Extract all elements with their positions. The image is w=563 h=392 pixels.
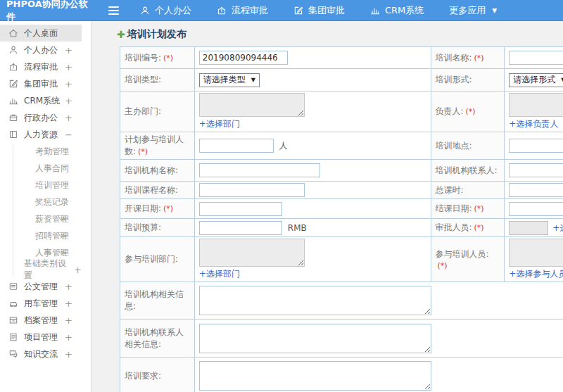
sidebar-item-workflow-approval[interactable]: 流程审批 + <box>0 58 82 75</box>
collapse-icon[interactable]: − <box>65 129 72 140</box>
nav-group-approval[interactable]: 集团审批 <box>293 4 345 17</box>
sidebar-item-archive-management[interactable]: 档案管理 + <box>0 312 82 329</box>
sidebar-item-document-management[interactable]: 公文管理 + <box>0 278 82 295</box>
unit-suffix: 人 <box>279 140 288 152</box>
sidebar-item-knowledge-exchange[interactable]: 知识交流 + <box>0 346 82 362</box>
chat-icon <box>8 349 18 359</box>
expand-icon[interactable]: + <box>65 298 72 309</box>
select-department-link[interactable]: +选择部门 <box>199 118 240 130</box>
field-label: 培训地点: <box>436 141 472 151</box>
sidebar-item-project-management[interactable]: 项目管理 + <box>0 329 82 346</box>
required-marker: (*) <box>474 204 484 213</box>
required-marker: (*) <box>163 204 173 213</box>
planned-participants-input[interactable] <box>199 139 274 153</box>
org-name-input[interactable] <box>199 163 320 177</box>
select-participants-link[interactable]: +选择参与人员 <box>509 268 563 280</box>
expand-icon[interactable]: + <box>65 96 72 106</box>
nav-workflow-approval[interactable]: 流程审批 <box>217 4 268 17</box>
sidebar-item-recruitment-management[interactable]: 招聘管理 + <box>0 227 82 244</box>
field-label: 审批人员: <box>436 222 472 232</box>
sidebar-item-personal-office[interactable]: 个人办公 + <box>0 42 82 58</box>
expand-icon[interactable]: + <box>65 332 72 343</box>
sidebar-item-salary-management[interactable]: 薪资管理 + <box>0 210 82 227</box>
training-location-input[interactable] <box>509 139 563 153</box>
sidebar-item-crm-system[interactable]: CRM系统 + <box>0 92 82 109</box>
plus-icon: ✚ <box>117 29 125 40</box>
total-hours-input[interactable] <box>509 183 563 197</box>
training-name-input[interactable] <box>509 51 563 65</box>
sidebar-item-human-resources[interactable]: 人力资源 − <box>0 126 82 143</box>
training-requirements-textarea[interactable] <box>199 361 431 391</box>
org-contact-info-textarea[interactable] <box>199 324 431 353</box>
upload-icon <box>217 6 227 15</box>
top-header: PHPOA协同办公软件 个人办公 流程审批 集团审批 CRM系统 更多应用 ▼ <box>0 0 563 21</box>
budget-input[interactable] <box>199 221 282 235</box>
home-icon <box>8 28 18 38</box>
required-marker: (*) <box>466 107 476 116</box>
required-marker: (*) <box>474 53 484 63</box>
participants-textarea[interactable] <box>509 239 563 267</box>
field-label: 培训机构相关信息: <box>125 289 184 311</box>
sidebar-item-training-management[interactable]: 培训管理 <box>0 177 82 194</box>
field-label: 培训课程名称: <box>125 185 178 195</box>
expand-icon[interactable]: + <box>65 62 72 72</box>
host-department-textarea[interactable] <box>199 93 305 117</box>
sidebar: 个人桌面 个人办公 + 流程审批 + 集团审批 + CRM系统 + 行政办公 +… <box>0 21 91 392</box>
expand-icon[interactable]: + <box>59 248 67 258</box>
org-contact-input[interactable] <box>509 163 563 177</box>
expand-icon[interactable]: + <box>65 113 72 123</box>
edit-icon <box>8 79 18 89</box>
field-label: 培训机构联系人: <box>436 165 498 175</box>
app-logo: PHPOA协同办公软件 <box>0 0 93 23</box>
select-approver-link[interactable]: +选择审批人员 <box>552 222 563 234</box>
sidebar-item-group-approval[interactable]: 集团审批 + <box>0 75 82 92</box>
start-date-input[interactable] <box>199 202 282 216</box>
expand-icon[interactable]: + <box>59 214 67 225</box>
sidebar-item-personal-desktop[interactable]: 个人桌面 <box>0 25 82 42</box>
book-icon <box>8 129 18 139</box>
page-title: ✚ 培训计划发布 <box>117 28 563 41</box>
edit-icon <box>293 6 303 15</box>
field-label: 培训要求: <box>125 371 161 381</box>
course-name-input[interactable] <box>199 183 305 197</box>
org-info-textarea[interactable] <box>199 286 431 315</box>
hamburger-menu-icon[interactable] <box>108 4 119 17</box>
archive-icon <box>8 315 18 325</box>
field-label: 参与培训人员: <box>436 249 489 259</box>
field-label: 培训名称: <box>436 53 472 63</box>
select-leader-link[interactable]: +选择负责人 <box>509 118 558 130</box>
required-marker: (*) <box>163 53 173 63</box>
nav-personal-office[interactable]: 个人办公 <box>140 4 191 17</box>
sidebar-item-hr-contract[interactable]: 人事合同 <box>0 160 82 177</box>
expand-icon[interactable]: + <box>59 231 67 241</box>
field-label: 培训类型: <box>125 75 161 84</box>
training-plan-form: 培训编号:(*) 培训名称:(*) 培训类型: 请选择类型▼ 培训形式: 请选择… <box>120 46 563 392</box>
end-date-input[interactable] <box>509 202 563 216</box>
training-form-select[interactable]: 请选择形式▼ <box>509 73 563 87</box>
select-department-link[interactable]: +选择部门 <box>199 268 240 280</box>
sidebar-item-basic-category-settings[interactable]: 基础类别设置 + <box>0 261 82 278</box>
sidebar-item-admin-office[interactable]: 行政办公 + <box>0 109 82 126</box>
expand-icon[interactable]: + <box>65 45 72 56</box>
expand-icon[interactable]: + <box>74 265 82 275</box>
car-icon <box>8 298 18 308</box>
chart-icon <box>8 96 18 106</box>
expand-icon[interactable]: + <box>65 79 72 89</box>
field-label: 培训机构名称: <box>125 165 178 175</box>
expand-icon[interactable]: + <box>65 315 72 326</box>
training-number-input[interactable] <box>199 51 288 65</box>
leader-textarea[interactable] <box>509 93 563 117</box>
sidebar-item-vehicle-management[interactable]: 用车管理 + <box>0 295 82 312</box>
sidebar-item-attendance-management[interactable]: 考勤管理 <box>0 143 82 160</box>
training-type-select[interactable]: 请选择类型▼ <box>199 73 260 87</box>
document-icon <box>8 282 18 291</box>
field-label: 负责人: <box>436 106 464 116</box>
approver-input[interactable] <box>509 221 548 235</box>
expand-icon[interactable]: + <box>65 349 72 360</box>
caret-down-icon: ▼ <box>492 7 497 14</box>
expand-icon[interactable]: + <box>65 282 72 292</box>
nav-more-apps[interactable]: 更多应用 ▼ <box>449 4 497 17</box>
participating-departments-textarea[interactable] <box>199 239 305 267</box>
sidebar-item-reward-punishment[interactable]: 奖惩记录 <box>0 194 82 210</box>
nav-crm-system[interactable]: CRM系统 <box>370 4 424 17</box>
